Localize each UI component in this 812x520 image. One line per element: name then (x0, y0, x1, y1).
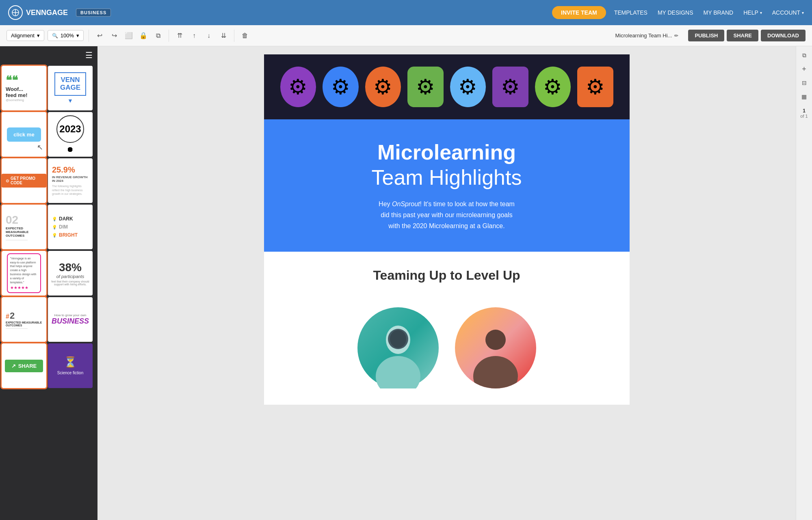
gear-7: ⚙ (535, 67, 571, 107)
gear-4: ⚙ (407, 67, 444, 107)
move-top-button[interactable]: ⇈ (174, 30, 185, 41)
copy-button[interactable]: ⧉ (152, 30, 164, 41)
logo-icon (8, 5, 23, 20)
sidebar-item-venngage[interactable]: VENNGAGE ▼ (48, 66, 93, 110)
move-up-button[interactable]: ↑ (188, 30, 200, 41)
teaming-title: Teaming Up to Level Up (288, 268, 605, 283)
delete-button[interactable]: 🗑 (239, 30, 251, 41)
sidebar-item-revenue[interactable]: 25.9% IN REVENUE GROWTH IN 2024 The foll… (48, 158, 93, 203)
sidebar-item-business[interactable]: How to grow your own BUSINESS (48, 297, 93, 342)
hero-body-text: Hey OnSprout! It's time to look at how t… (288, 199, 605, 232)
sidebar-item-promo[interactable]: ⊙GET PROMO CODE (2, 158, 46, 203)
undo-button[interactable]: ↩ (94, 30, 105, 41)
hero-title-bold: Microlearning Team Highlights (288, 140, 605, 190)
sidebar-item-outcomes[interactable]: 02 EXPECTED MEASURABLE OUTCOMES (2, 205, 46, 249)
sidebar-item-2023[interactable]: 2023 ⏺ (48, 112, 93, 157)
sidebar-item-clickme[interactable]: click me ↖ (2, 112, 46, 157)
percent-number: 38% (59, 261, 82, 274)
outcomes2-number: # 2 (6, 311, 42, 321)
nav-link-account[interactable]: ACCOUNT ▾ (772, 9, 804, 16)
person-silhouette-right (467, 319, 524, 388)
revenue-pct: 25.9% (52, 165, 89, 175)
stars-rating: ★★★★★ (10, 285, 38, 290)
add-layer-icon[interactable]: + (799, 63, 810, 75)
canvas-area[interactable]: ⚙ ⚙ ⚙ ⚙ ⚙ ⚙ ⚙ ⚙ Microlearning Team Highl… (97, 46, 796, 520)
alignment-dropdown[interactable]: Alignment ▾ (6, 30, 44, 41)
quote-icon: ❝❝ (6, 75, 18, 86)
nav-link-templates[interactable]: TEMPLATES (614, 9, 647, 16)
invite-team-button[interactable]: INVITE TEAM (552, 6, 606, 19)
plan-badge[interactable]: BUSINESS (76, 9, 111, 17)
svg-point-4 (376, 356, 420, 388)
toolbar-separator-2 (169, 30, 169, 42)
promo-text: GET PROMO CODE (11, 176, 42, 185)
outcomes-number: 02 (6, 214, 42, 227)
dim-item: 💡 DIM (52, 224, 89, 230)
chevron-down-icon: ▾ (37, 32, 40, 39)
svg-point-6 (390, 330, 406, 348)
record-icon: ⏺ (67, 145, 74, 154)
page-total: of 1 (800, 114, 808, 119)
revenue-label: IN REVENUE GROWTH IN 2024 (52, 175, 89, 183)
sidebar-item-woof[interactable]: ❝❝ Woof... feed me! @something (2, 66, 46, 110)
sidebar-item-outcomes2[interactable]: # 2 EXPECTED MEASURABLE OUTCOMES (2, 297, 46, 342)
move-bottom-button[interactable]: ⇊ (218, 30, 229, 41)
dark-item: 💡 DARK (52, 216, 89, 222)
business-title: BUSINESS (52, 317, 89, 326)
share-button[interactable]: SHARE (727, 30, 758, 41)
top-nav: VENNGAGE BUSINESS INVITE TEAM TEMPLATES … (0, 0, 812, 25)
gear-6: ⚙ (492, 67, 528, 107)
edit-title-icon[interactable]: ✏ (674, 33, 678, 39)
current-page: 1 (800, 108, 808, 114)
scifi-text: Science fiction (57, 370, 83, 375)
hamburger-menu-icon[interactable]: ☰ (85, 50, 93, 60)
redo-button[interactable]: ↪ (108, 30, 120, 41)
outcomes2-divider (6, 328, 28, 329)
toolbar-separator-3 (234, 30, 234, 42)
cursor-icon: ↖ (37, 143, 43, 152)
sidebar-header: ☰ (0, 46, 97, 64)
sidebar-item-dark-dim-bright[interactable]: 💡 DARK 💡 DIM 💡 BRIGHT (48, 205, 93, 249)
gear-3: ⚙ (365, 67, 401, 107)
image-button[interactable]: ⬜ (123, 30, 134, 41)
gear-8: ⚙ (577, 67, 613, 107)
business-subtitle: How to grow your own (54, 313, 86, 317)
sidebar-item-38percent[interactable]: 38% of participants feel that their comp… (48, 251, 93, 296)
hero-section: Microlearning Team Highlights Hey OnSpro… (264, 119, 630, 252)
outcomes-label: EXPECTED MEASURABLE (6, 227, 42, 234)
venngage-logo-text: VENNGAGE (60, 76, 80, 91)
sidebar-item-quote[interactable]: "Venngage is an easy-to-use platform tha… (2, 251, 46, 296)
sidebar-item-share[interactable]: ↗ SHARE (2, 343, 46, 388)
person-silhouette-left (370, 319, 427, 388)
sidebar-item-scifi[interactable]: ⏳ Science fiction (48, 343, 93, 388)
revenue-desc: The following highlights reflect the hig… (52, 184, 89, 196)
svg-point-8 (473, 356, 518, 388)
person-card-left (357, 307, 439, 388)
download-button[interactable]: DOWNLOAD (761, 30, 806, 41)
nav-links: TEMPLATES MY DESIGNS MY BRAND HELP ▾ ACC… (614, 9, 804, 16)
nav-link-my-designs[interactable]: MY DESIGNS (658, 9, 693, 16)
copy-layer-icon[interactable]: ⧉ (799, 50, 810, 61)
move-down-button[interactable]: ↓ (203, 30, 214, 41)
hourglass-icon: ⏳ (64, 356, 77, 369)
gear-2: ⚙ (323, 67, 359, 107)
nav-link-my-brand[interactable]: MY BRAND (704, 9, 734, 16)
canvas-document: ⚙ ⚙ ⚙ ⚙ ⚙ ⚙ ⚙ ⚙ Microlearning Team Highl… (264, 54, 630, 405)
year-badge: 2023 (56, 115, 84, 143)
woof-subtext: @something (6, 98, 24, 102)
right-panel: ⧉ + ⊟ ▦ 1 of 1 (796, 46, 812, 520)
nav-link-help[interactable]: HELP ▾ (743, 9, 762, 16)
layers-icon[interactable]: ▦ (799, 91, 810, 102)
publish-button[interactable]: PUBLISH (688, 30, 724, 41)
delete-layer-icon[interactable]: ⊟ (799, 77, 810, 88)
outcomes2-label: EXPECTED MEASURABLE (6, 321, 42, 324)
share-icon: ↗ (11, 363, 16, 369)
lock-button[interactable]: 🔒 (138, 30, 149, 41)
dim-label: DIM (59, 224, 68, 230)
logo[interactable]: VENNGAGE (8, 5, 68, 20)
document-title: Microlearning Team Hi... ✏ (615, 32, 679, 39)
share-label: SHARE (18, 363, 37, 369)
main-area: ☰ ❝❝ Woof... feed me! @something VENNGAG… (0, 46, 812, 520)
zoom-dropdown[interactable]: 🔍 100% ▾ (48, 30, 84, 41)
share-button: ↗ SHARE (5, 360, 43, 372)
